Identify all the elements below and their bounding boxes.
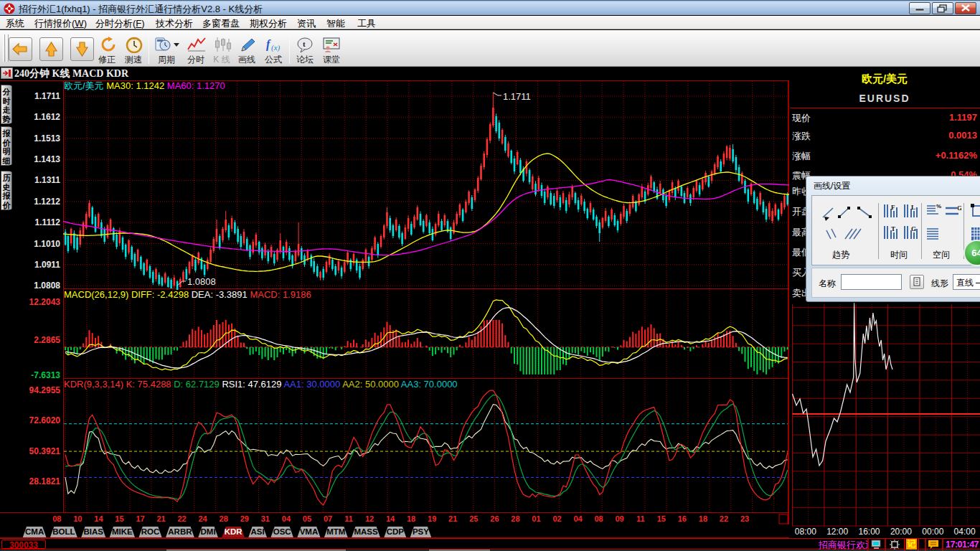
svg-text:L: L	[911, 204, 915, 211]
svg-text:14: 14	[94, 514, 103, 523]
svg-text:04: 04	[282, 514, 291, 523]
svg-text:94.2955: 94.2955	[29, 385, 61, 395]
svg-text:11: 11	[344, 514, 353, 523]
svg-text:F: F	[891, 204, 895, 211]
svg-text:10: 10	[73, 514, 82, 523]
svg-text:1.1413: 1.1413	[34, 154, 60, 164]
svg-text:26: 26	[490, 514, 499, 523]
svg-text:00:00: 00:00	[922, 527, 943, 537]
svg-text:1.0808: 1.0808	[187, 276, 216, 287]
svg-text:1.1711: 1.1711	[34, 91, 60, 101]
svg-text:18: 18	[699, 514, 707, 523]
svg-text:19: 19	[428, 514, 436, 523]
svg-text:02: 02	[552, 514, 561, 523]
svg-text:1.1513: 1.1513	[34, 133, 60, 143]
svg-text:22: 22	[177, 514, 186, 523]
svg-text:1.1311: 1.1311	[34, 175, 60, 185]
svg-text:%: %	[936, 203, 941, 209]
svg-text:08: 08	[594, 514, 603, 523]
svg-text:31: 31	[261, 514, 270, 523]
svg-text:28: 28	[220, 514, 228, 523]
svg-text:G: G	[957, 204, 961, 212]
svg-text:07: 07	[324, 514, 332, 523]
svg-text:04:00: 04:00	[954, 527, 976, 537]
svg-text:2.2865: 2.2865	[34, 335, 60, 345]
svg-text:16: 16	[678, 514, 687, 523]
svg-text:14: 14	[386, 514, 395, 523]
svg-text:20:00: 20:00	[890, 527, 912, 537]
svg-text:1.1711: 1.1711	[503, 91, 531, 102]
svg-text:17: 17	[136, 514, 144, 523]
svg-text:28: 28	[511, 514, 519, 523]
svg-text:1.0808: 1.0808	[34, 281, 60, 291]
svg-text:25: 25	[469, 514, 478, 523]
svg-text:24: 24	[198, 514, 207, 523]
svg-text:-7.6313: -7.6313	[31, 370, 60, 380]
svg-text:08: 08	[52, 514, 61, 523]
svg-text:50.3921: 50.3921	[29, 446, 61, 456]
svg-text:欧元/美元 MA30: 1.1242 MA60: 1.127: 欧元/美元 MA30: 1.1242 MA60: 1.1270	[64, 80, 225, 91]
svg-text:t: t	[303, 39, 306, 48]
svg-text:1.1010: 1.1010	[34, 239, 60, 249]
svg-text:f: f	[266, 38, 271, 51]
svg-text:T: T	[891, 225, 895, 232]
svg-text:G: G	[911, 225, 916, 232]
svg-text:12: 12	[365, 514, 374, 523]
svg-text:04: 04	[573, 514, 583, 523]
svg-text:28.1821: 28.1821	[29, 476, 61, 486]
svg-text:08:00: 08:00	[795, 527, 816, 537]
svg-text:MACD(26,12,9) DIFF: -2.4298 DE: MACD(26,12,9) DIFF: -2.4298 DEA: -3.3891…	[64, 289, 311, 300]
svg-text:29: 29	[240, 514, 249, 523]
svg-text:09: 09	[615, 514, 623, 523]
svg-text:1.1212: 1.1212	[34, 197, 60, 207]
svg-text:21: 21	[448, 514, 457, 523]
svg-text:05: 05	[303, 514, 311, 523]
svg-text:1.1612: 1.1612	[34, 112, 60, 122]
svg-text:(x): (x)	[271, 43, 281, 52]
svg-text:1.0911: 1.0911	[34, 260, 60, 270]
svg-text:1.1112: 1.1112	[35, 217, 61, 227]
svg-text:12:00: 12:00	[826, 527, 848, 537]
svg-text:72.6020: 72.6020	[29, 415, 61, 425]
svg-text:22: 22	[720, 514, 728, 523]
svg-text:15: 15	[657, 514, 666, 523]
svg-text:KDR(9,3,3,14) K: 75.4288 D: 62: KDR(9,3,3,14) K: 75.4288 D: 62.7129 RSI1…	[64, 379, 458, 390]
svg-text:21: 21	[156, 514, 165, 523]
svg-text:18: 18	[407, 514, 415, 523]
svg-text:01: 01	[532, 514, 540, 523]
svg-text:23: 23	[740, 514, 749, 523]
svg-text:12.2043: 12.2043	[29, 297, 61, 307]
svg-text:16:00: 16:00	[858, 527, 880, 537]
svg-text:11: 11	[636, 514, 645, 523]
svg-text:15: 15	[115, 514, 123, 523]
